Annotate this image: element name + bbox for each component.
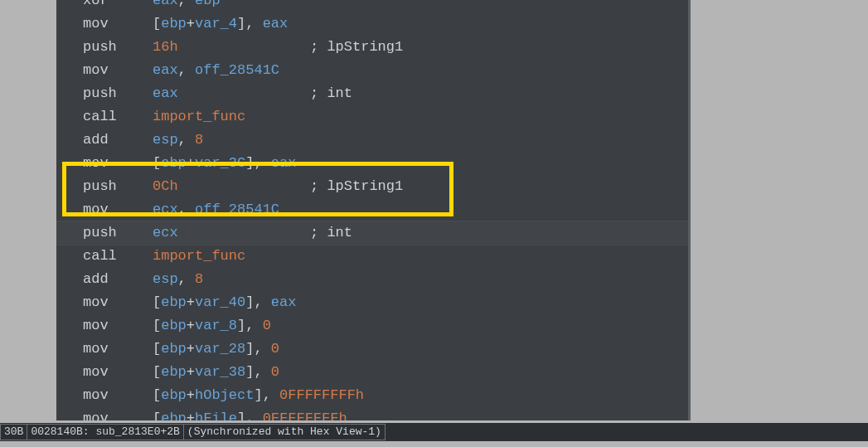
operands: ecx, off_28541C: [153, 202, 279, 217]
asm-line[interactable]: callimport_func: [83, 245, 403, 268]
operands: 0Ch: [153, 175, 310, 198]
asm-line[interactable]: mov[ebp+hFile], 0FFFFFFFFh: [83, 407, 403, 420]
mnemonic: mov: [83, 12, 153, 36]
token-ident: var_38: [195, 364, 245, 380]
mnemonic: mov: [83, 59, 153, 82]
token-punct: ],: [245, 155, 271, 171]
token-punct: ],: [245, 341, 271, 357]
token-punct: +: [187, 16, 195, 32]
mnemonic: mov: [83, 361, 153, 384]
token-reg: eax: [271, 155, 297, 171]
token-punct: [: [153, 387, 161, 403]
mnemonic: mov: [83, 314, 153, 338]
operands: eax, off_28541C: [153, 62, 279, 78]
token-reg: ebp: [161, 411, 187, 420]
operands: esp, 8: [153, 132, 203, 148]
status-sync: (Synchronized with Hex View-1): [183, 424, 386, 440]
operands: import_func: [153, 248, 245, 264]
token-reg: ebp: [161, 16, 187, 32]
asm-line[interactable]: mov[ebp+var_3C], eax: [83, 152, 403, 175]
token-reg: ecx: [153, 225, 178, 241]
asm-line[interactable]: mov[ebp+var_8], 0: [83, 314, 403, 338]
token-reg: ebp: [161, 387, 187, 403]
token-num: 0: [263, 318, 271, 333]
token-num: 8: [195, 132, 203, 148]
token-punct: ],: [237, 16, 263, 32]
token-ident: var_28: [195, 341, 245, 357]
token-punct: ,: [178, 132, 195, 148]
asm-line[interactable]: pushecx; int: [83, 221, 403, 245]
token-punct: +: [187, 341, 195, 357]
asm-line[interactable]: mov[ebp+var_40], eax: [83, 291, 403, 314]
asm-line[interactable]: mov[ebp+var_4], eax: [83, 12, 403, 36]
token-num: 0FFFFFFFFh: [279, 387, 364, 403]
token-punct: +: [187, 318, 195, 333]
mnemonic: add: [83, 129, 153, 152]
asm-line[interactable]: mov[ebp+var_38], 0: [83, 361, 403, 384]
token-num: 0: [271, 341, 279, 357]
operands: [ebp+var_28], 0: [153, 341, 279, 357]
asm-line[interactable]: push0Ch; lpString1: [83, 175, 403, 198]
token-ident: hFile: [195, 411, 237, 420]
token-punct: ],: [254, 387, 279, 403]
asm-line[interactable]: callimport_func: [83, 105, 403, 129]
asm-line[interactable]: mov[ebp+var_28], 0: [83, 338, 403, 361]
token-reg: ebp: [161, 318, 187, 333]
token-func: import_func: [153, 248, 245, 264]
token-ident: var_40: [195, 294, 245, 310]
mnemonic: push: [83, 221, 153, 245]
mnemonic: mov: [83, 198, 153, 221]
asm-line[interactable]: movecx, off_28541C: [83, 198, 403, 221]
asm-line[interactable]: pusheax; int: [83, 82, 403, 105]
token-punct: [: [153, 294, 161, 310]
asm-line[interactable]: mov[ebp+hObject], 0FFFFFFFFh: [83, 384, 403, 407]
token-punct: +: [187, 155, 195, 171]
token-punct: [: [153, 155, 161, 171]
operands: 16h: [153, 36, 310, 59]
token-reg: eax: [153, 85, 178, 101]
token-punct: ,: [178, 202, 195, 217]
comment: ; lpString1: [310, 178, 403, 194]
token-punct: [: [153, 364, 161, 380]
mnemonic: add: [83, 268, 153, 291]
operands: [ebp+var_4], eax: [153, 16, 288, 32]
operands: esp, 8: [153, 271, 203, 287]
token-punct: ],: [245, 294, 271, 310]
operands: [ebp+hObject], 0FFFFFFFFh: [153, 387, 364, 403]
token-punct: ,: [178, 62, 195, 78]
asm-line[interactable]: addesp, 8: [83, 129, 403, 152]
asm-line[interactable]: push16h; lpString1: [83, 36, 403, 59]
token-punct: ,: [178, 0, 195, 8]
token-punct: +: [187, 294, 195, 310]
token-func: import_func: [153, 109, 245, 124]
token-punct: ],: [237, 318, 263, 333]
comment: ; lpString1: [310, 39, 403, 55]
operands: [ebp+var_38], 0: [153, 364, 279, 380]
operands: import_func: [153, 109, 245, 124]
mnemonic: push: [83, 175, 153, 198]
asm-line[interactable]: addesp, 8: [83, 268, 403, 291]
asm-line[interactable]: xoreax, ebp: [83, 0, 403, 12]
token-punct: ,: [178, 271, 195, 287]
token-reg: esp: [153, 271, 178, 287]
token-ident: var_3C: [195, 155, 245, 171]
token-reg: eax: [153, 62, 178, 78]
mnemonic: call: [83, 105, 153, 129]
operands: [ebp+hFile], 0FFFFFFFFh: [153, 411, 347, 420]
token-ident: var_8: [195, 318, 237, 333]
mnemonic: mov: [83, 291, 153, 314]
disassembly-panel[interactable]: xoreax, ebpmov[ebp+var_4], eaxpush16h; l…: [56, 0, 688, 420]
token-punct: +: [187, 364, 195, 380]
token-reg: ebp: [161, 155, 187, 171]
operands: [ebp+var_40], eax: [153, 294, 296, 310]
token-reg: eax: [263, 16, 289, 32]
token-num: 0Ch: [153, 178, 178, 194]
token-punct: [: [153, 16, 161, 32]
mnemonic: push: [83, 82, 153, 105]
token-reg: ecx: [153, 202, 178, 217]
operands: eax, ebp: [153, 0, 221, 8]
mnemonic: mov: [83, 407, 153, 420]
token-num: 16h: [153, 39, 178, 55]
asm-line[interactable]: moveax, off_28541C: [83, 59, 403, 82]
token-reg: ebp: [195, 0, 221, 8]
